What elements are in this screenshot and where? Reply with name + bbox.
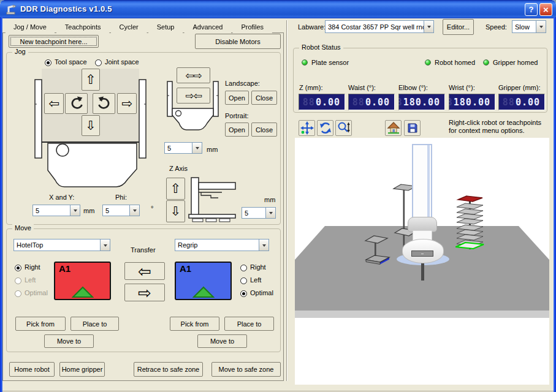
dropdown-arrow-icon[interactable] [259,239,268,251]
dropdown-arrow-icon[interactable] [192,143,202,153]
move-to-source-button[interactable]: Move to [44,334,94,348]
window-title: DDR Diagnostics v1.0.5 [20,4,112,13]
source-plate[interactable]: A1 [54,262,111,300]
help-button[interactable]: ? [525,3,538,16]
grip-step-combo[interactable]: 5 [164,142,202,154]
from-optimal-radio[interactable] [15,290,21,297]
tab-profiles[interactable]: Profiles [232,22,272,33]
jog-down-button[interactable]: ⇩ [82,115,100,136]
home-view-button[interactable] [385,120,402,136]
z-up-button[interactable]: ⇧ [166,178,185,200]
jog-up-button[interactable]: ⇧ [82,69,100,91]
jog-rotate-ccw-button[interactable] [65,93,88,114]
to-right-radio[interactable] [240,265,247,271]
from-right-label: Right [25,263,40,271]
portrait-label: Portrait: [225,112,249,119]
landscape-open-button[interactable]: Open [225,91,249,105]
dropdown-arrow-icon[interactable] [70,205,80,216]
xy-step-combo[interactable]: 5 [32,205,80,216]
home-icon [387,121,400,135]
plate-hotel-stack[interactable] [455,194,485,252]
pan-view-button[interactable] [299,120,315,136]
joint-space-radio[interactable] [95,59,102,66]
move-to-dest-button[interactable]: Move to [197,334,247,348]
tab-strip: Jog / Move Teachpoints Cycler Setup Adva… [5,20,273,34]
close-arrows-icon: ⇨⇦ [185,89,202,102]
gripper-open-jog-button[interactable]: ⇦⇨ [177,67,210,83]
deck-plate[interactable] [365,254,390,266]
z-down-button[interactable]: ⇩ [166,200,185,222]
jog-rotate-cw-button[interactable] [93,93,115,114]
rotate-ccw-icon [69,96,85,111]
phi-step-combo[interactable]: 5 [102,205,140,216]
plate-orientation-icon [192,286,215,298]
move-to-combo[interactable]: Regrip [175,239,269,251]
phi-step-label: Phi: [115,194,127,201]
right-arrow-icon: ⇨ [121,96,132,111]
dropdown-arrow-icon[interactable] [536,21,546,32]
xy-step-label: X and Y: [49,194,74,201]
pick-from-source-button[interactable]: Pick from [15,317,66,331]
z-step-combo[interactable]: 5 [242,207,276,219]
from-optimal-label: Optimal [25,289,48,296]
move-safe-zone-button[interactable]: Move to safe zone [211,362,281,377]
destination-plate-well-label: A1 [180,263,191,274]
up-arrow-icon: ⇧ [85,72,96,87]
pick-from-dest-button[interactable]: Pick from [170,317,219,331]
home-gripper-button[interactable]: Home gripper [59,362,105,377]
grip-unit-label: mm [207,146,218,153]
context-hint-text: Right-click robot or teachpoints for con… [449,119,556,135]
close-button[interactable]: × [539,3,552,16]
dropdown-arrow-icon[interactable] [424,21,433,32]
to-left-radio[interactable] [240,277,247,284]
from-left-radio[interactable] [15,277,21,284]
destination-plate[interactable]: A1 [175,262,232,300]
save-view-button[interactable] [404,120,421,136]
portrait-open-button[interactable]: Open [225,123,249,137]
landscape-close-button[interactable]: Close [251,91,277,105]
tab-setup[interactable]: Setup [148,22,183,33]
down-arrow-icon: ⇩ [170,204,181,219]
jog-left-button[interactable]: ⇦ [44,93,64,114]
robot-base-panel [411,251,433,257]
joint-space-label: Joint space [105,58,139,66]
home-robot-button[interactable]: Home robot [9,362,55,377]
portrait-close-button[interactable]: Close [251,123,277,137]
place-to-source-button[interactable]: Place to [70,317,119,331]
to-optimal-label: Optimal [250,289,273,296]
retrace-safe-zone-button[interactable]: Retrace to safe zone [134,362,203,377]
robot-3d-view[interactable] [295,138,549,385]
transfer-left-button[interactable]: ⇦ [124,262,165,280]
move-from-combo[interactable]: HotelTop [13,239,110,251]
robot-z-tower[interactable] [412,144,432,221]
rotate-view-button[interactable] [317,120,333,136]
dropdown-arrow-icon[interactable] [129,205,139,216]
new-teachpoint-button[interactable]: New teachpoint here... [9,35,99,48]
waist-readout-display: 880.00 [348,94,395,110]
tab-teachpoints[interactable]: Teachpoints [56,22,110,33]
dropdown-arrow-icon[interactable] [265,208,275,218]
tab-jog-move[interactable]: Jog / Move [5,21,55,34]
transfer-right-button[interactable]: ⇨ [124,284,165,301]
right-arrow-icon: ⇨ [138,284,151,302]
to-right-label: Right [250,263,266,271]
speed-combo[interactable]: Slow [512,20,546,33]
tab-advanced[interactable]: Advanced [184,22,231,33]
from-right-radio[interactable] [15,265,21,271]
disable-motors-button[interactable]: Disable Motors [195,34,281,49]
labware-label: Labware: [298,23,326,31]
dropdown-arrow-icon[interactable] [100,239,110,251]
down-arrow-icon: ⇩ [85,118,96,133]
jog-right-button[interactable]: ⇨ [117,93,137,114]
elbow-readout-display: 8180.00 [398,94,445,110]
zoom-view-button[interactable] [335,120,352,136]
gripper-close-jog-button[interactable]: ⇨⇦ [177,88,210,104]
place-to-dest-button[interactable]: Place to [224,317,274,331]
tab-cycler[interactable]: Cycler [111,22,147,33]
title-bar[interactable]: DDR Diagnostics v1.0.5 ? × [0,0,556,18]
labware-combo[interactable]: 384 Costar 3657 PP Sqr well rnd l [325,20,434,33]
to-optimal-radio[interactable] [240,290,247,297]
labware-editor-button[interactable]: Editor... [443,19,474,35]
tool-space-radio[interactable] [45,59,51,66]
source-plate-well-label: A1 [59,263,70,274]
